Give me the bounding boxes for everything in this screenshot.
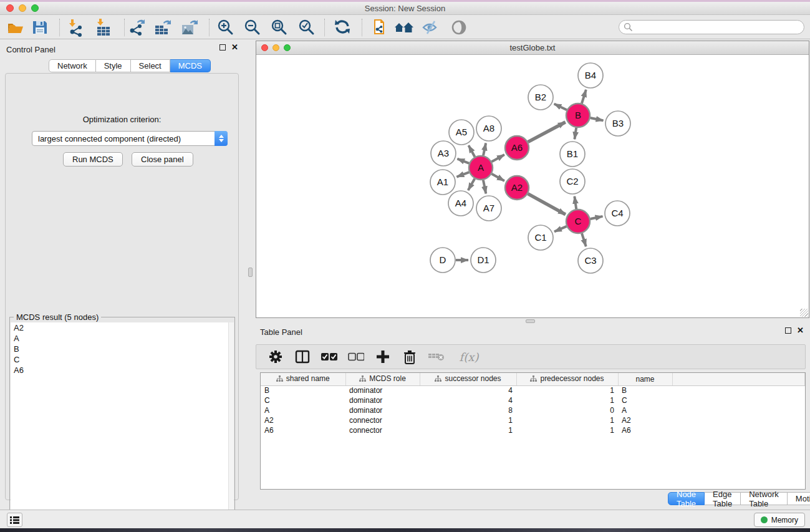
table-cell[interactable]: 1: [420, 425, 516, 435]
optimization-criterion-dropdown[interactable]: largest connected component (directed): [32, 131, 228, 146]
table-cell[interactable]: 1: [516, 385, 618, 395]
table-cell[interactable]: B: [618, 385, 672, 395]
network-edge-B-B3[interactable]: [591, 118, 604, 120]
zoom-fit-button[interactable]: [268, 17, 291, 37]
refresh-button[interactable]: [330, 17, 354, 37]
column-header-successor-nodes[interactable]: successor nodes: [420, 373, 516, 385]
zoom-in-button[interactable]: [214, 17, 238, 37]
import-network-button[interactable]: [64, 17, 87, 37]
zoom-out-button[interactable]: [241, 17, 264, 37]
tab-network-table[interactable]: Network Table: [741, 492, 788, 505]
table-cell[interactable]: [672, 385, 805, 395]
tab-select[interactable]: Select: [131, 59, 170, 72]
mcds-result-scrollbar[interactable]: [228, 322, 234, 528]
column-browser-button[interactable]: [294, 349, 311, 365]
table-cell[interactable]: A6: [618, 425, 672, 435]
network-edge-A-A6[interactable]: [492, 155, 504, 162]
table-cell[interactable]: A6: [261, 425, 345, 435]
table-row[interactable]: Cdominator41C: [261, 395, 805, 405]
network-edge-A-A2[interactable]: [492, 174, 504, 181]
tab-motifs[interactable]: Motifs: [788, 492, 810, 505]
tab-mcds[interactable]: MCDS: [170, 59, 211, 72]
table-cell[interactable]: 0: [516, 405, 618, 415]
close-panel-button[interactable]: Close panel: [132, 152, 193, 167]
table-cell[interactable]: 1: [516, 395, 618, 405]
table-row[interactable]: Bdominator41B: [261, 385, 805, 395]
float-panel-icon[interactable]: [219, 44, 226, 51]
table-cell[interactable]: dominator: [345, 395, 420, 405]
tab-style[interactable]: Style: [96, 59, 131, 72]
deselect-all-button[interactable]: [348, 349, 364, 365]
mcds-result-item[interactable]: C: [11, 354, 229, 365]
network-edge-A-A8[interactable]: [483, 143, 486, 156]
table-cell[interactable]: 8: [420, 405, 516, 415]
table-cell[interactable]: [672, 415, 805, 425]
network-edge-C-C4[interactable]: [591, 216, 603, 219]
select-all-button[interactable]: [321, 349, 337, 365]
duplicate-network-button[interactable]: [366, 17, 390, 37]
table-cell[interactable]: [672, 395, 805, 405]
search-input[interactable]: [619, 20, 804, 34]
mcds-result-item[interactable]: A6: [11, 365, 229, 375]
table-cell[interactable]: 4: [420, 385, 516, 395]
tab-edge-table[interactable]: Edge Table: [705, 492, 741, 505]
task-history-button[interactable]: [7, 513, 22, 527]
network-edge-A-A1[interactable]: [456, 172, 469, 177]
export-table-button[interactable]: [151, 17, 175, 37]
home-button[interactable]: [392, 17, 416, 37]
run-mcds-button[interactable]: Run MCDS: [63, 152, 123, 167]
network-edge-B-B4[interactable]: [582, 90, 586, 104]
column-header-name[interactable]: name: [618, 373, 672, 385]
window-resize-grip[interactable]: [800, 309, 808, 317]
tab-node-table[interactable]: Node Table: [668, 492, 705, 505]
float-table-panel-icon[interactable]: [785, 327, 791, 334]
table-cell[interactable]: [672, 425, 805, 435]
import-table-button[interactable]: [92, 17, 115, 37]
table-cell[interactable]: C: [261, 395, 345, 405]
mcds-result-list[interactable]: A2ABCA6: [11, 322, 229, 528]
table-cell[interactable]: 1: [516, 425, 618, 435]
table-cell[interactable]: connector: [345, 425, 420, 435]
network-edge-A-A3[interactable]: [457, 159, 469, 163]
table-cell[interactable]: [672, 405, 805, 415]
export-image-button[interactable]: [178, 17, 201, 37]
table-cell[interactable]: B: [261, 385, 345, 395]
memory-button[interactable]: Memory: [754, 513, 805, 527]
tab-network[interactable]: Network: [49, 59, 96, 72]
table-settings-button[interactable]: [268, 349, 284, 365]
network-edge-C-C2[interactable]: [574, 196, 576, 209]
network-edge-A-A5[interactable]: [468, 145, 475, 157]
close-table-panel-icon[interactable]: ✕: [797, 327, 804, 334]
network-edge-A-A7[interactable]: [483, 180, 486, 194]
column-header-mcds-role[interactable]: MCDS role: [345, 373, 420, 385]
table-cell[interactable]: dominator: [345, 405, 420, 415]
horizontal-splitter-handle[interactable]: [526, 319, 535, 323]
save-session-button[interactable]: [28, 17, 52, 37]
function-builder-button[interactable]: f(x): [455, 349, 483, 365]
show-details-button[interactable]: [447, 17, 471, 37]
table-cell[interactable]: A: [618, 405, 672, 415]
table-row[interactable]: A2connector11A2: [261, 415, 805, 425]
mcds-result-item[interactable]: A2: [11, 322, 229, 333]
close-panel-icon[interactable]: ✕: [231, 44, 238, 51]
table-cell[interactable]: A2: [618, 415, 672, 425]
network-edge-C-C1[interactable]: [554, 226, 567, 232]
vertical-splitter-handle[interactable]: [248, 268, 253, 277]
table-cell[interactable]: 1: [516, 415, 618, 425]
network-edge-B-B2[interactable]: [554, 104, 567, 110]
network-edge-A6-B[interactable]: [528, 122, 566, 142]
table-cell[interactable]: dominator: [345, 385, 420, 395]
table-row[interactable]: Adominator80A: [261, 405, 805, 415]
network-edge-B-B1[interactable]: [574, 128, 576, 139]
export-network-button[interactable]: [125, 17, 148, 37]
table-cell[interactable]: 4: [420, 395, 516, 405]
network-canvas[interactable]: B4B2BB3A5A8A6A3B1AA1C2A2A4A7C4CC1C3DD1: [256, 55, 809, 317]
column-header-predecessor-nodes[interactable]: predecessor nodes: [516, 373, 618, 385]
mcds-result-item[interactable]: A: [11, 333, 229, 344]
zoom-selected-button[interactable]: [295, 17, 319, 37]
table-cell[interactable]: connector: [345, 415, 420, 425]
table-row[interactable]: A6connector11A6: [261, 425, 805, 435]
network-edge-C-C3[interactable]: [582, 233, 586, 246]
hide-details-button[interactable]: [419, 17, 443, 37]
column-header-shared-name[interactable]: shared name: [261, 373, 345, 385]
